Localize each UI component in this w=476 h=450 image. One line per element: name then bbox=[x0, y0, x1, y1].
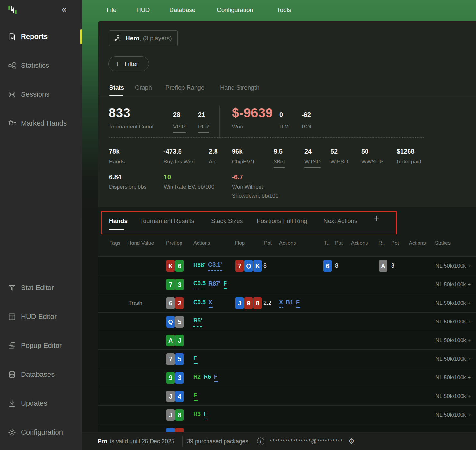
player-count: , (3 players) bbox=[139, 35, 172, 42]
action-token: F bbox=[296, 299, 300, 308]
view-tab-graph[interactable]: Graph bbox=[135, 84, 152, 91]
column-header-r-10[interactable]: R.. bbox=[378, 240, 385, 246]
column-header-hand-value-1[interactable]: Hand Value bbox=[128, 240, 154, 246]
sidebar-item-configuration[interactable]: Configuration bbox=[0, 424, 82, 441]
sidebar-item-databases[interactable]: Databases bbox=[0, 366, 82, 383]
sidebar-collapse-icon[interactable]: « bbox=[62, 4, 66, 14]
river-card: A bbox=[379, 260, 387, 272]
info-icon[interactable]: i bbox=[257, 437, 264, 445]
hole-card: 9 bbox=[166, 372, 175, 384]
stats-dotted-separator bbox=[109, 137, 424, 138]
river-pot-value: 8 bbox=[391, 257, 394, 275]
report-tab-positions-full-ring[interactable]: Positions Full Ring bbox=[257, 217, 307, 225]
menu-item-file[interactable]: File bbox=[107, 6, 117, 13]
hand-row[interactable]: 93R2R6FNL 50k/100k + bbox=[98, 368, 476, 387]
stat-label-wwsf: WWSF% bbox=[361, 157, 383, 166]
sidebar-item-label: Statistics bbox=[21, 61, 49, 70]
report-tab-hands[interactable]: Hands bbox=[109, 217, 128, 225]
view-tab-stats[interactable]: Stats bbox=[109, 84, 124, 91]
column-header-preflop-2[interactable]: Preflop bbox=[166, 240, 182, 246]
hand-row[interactable]: AJNL 50k/100k + bbox=[98, 331, 476, 350]
menu-item-hud[interactable]: HUD bbox=[137, 6, 150, 13]
hole-card: 8 bbox=[175, 409, 184, 421]
sidebar-item-label: Reports bbox=[21, 32, 48, 41]
menu-item-tools[interactable]: Tools bbox=[277, 6, 291, 13]
column-header-t-7[interactable]: T.. bbox=[324, 240, 330, 246]
column-header-pot-11[interactable]: Pot bbox=[391, 240, 399, 246]
column-header-flop-4[interactable]: Flop bbox=[235, 240, 245, 246]
stat-label-wtsd[interactable]: WTSD bbox=[304, 157, 321, 168]
stat-label-won: Won bbox=[232, 122, 243, 131]
flop-card: K bbox=[253, 260, 262, 272]
menu-item-database[interactable]: Database bbox=[169, 6, 195, 13]
action-token: R5' bbox=[193, 317, 202, 327]
databases-icon bbox=[8, 370, 16, 379]
hand-row[interactable]: Q5R5'NL 50k/100k + bbox=[98, 313, 476, 331]
menu-item-configuration[interactable]: Configuration bbox=[217, 6, 253, 13]
preflop-actions: R3F bbox=[193, 406, 207, 424]
tabs-divider-line bbox=[98, 96, 476, 96]
hand-row[interactable]: K6R88'C3.1'7QK868A8NL 50k/100k + bbox=[98, 257, 476, 275]
hand-row[interactable]: J8R3FNL 50k/100k + bbox=[98, 406, 476, 424]
tag-label: Trash bbox=[110, 294, 142, 312]
stat-value-chipev-t: 96k bbox=[232, 148, 242, 155]
column-header-tags-0[interactable]: Tags bbox=[110, 240, 120, 246]
stat-value-w-sd: 52 bbox=[331, 148, 338, 155]
settings-gear-icon[interactable]: ⚙ bbox=[348, 437, 355, 446]
stat-label-3bet[interactable]: 3Bet bbox=[274, 157, 285, 168]
column-header-actions-12[interactable]: Actions bbox=[409, 240, 426, 246]
player-filter-box[interactable]: Hero, (3 players) bbox=[109, 30, 178, 46]
sidebar-item-marked-hands[interactable]: Marked Hands bbox=[0, 115, 82, 132]
stats-vertical-divider bbox=[219, 106, 220, 138]
report-tab-next-actions[interactable]: Next Actions bbox=[323, 217, 357, 225]
column-header-actions-9[interactable]: Actions bbox=[351, 240, 368, 246]
add-filter-button[interactable]: + Filter bbox=[108, 56, 149, 71]
hole-card bbox=[166, 428, 175, 432]
stat-label-itm: ITM bbox=[279, 122, 289, 131]
hole-card: 7 bbox=[166, 353, 175, 365]
sidebar-item-label: Sessions bbox=[21, 90, 49, 99]
sidebar-item-label: HUD Editor bbox=[21, 313, 57, 321]
hand-row[interactable]: Trash62C0.5XJ982.2XB1FNL 50k/100k + bbox=[98, 294, 476, 313]
hole-card: A bbox=[166, 335, 175, 346]
column-header-pot-5[interactable]: Pot bbox=[264, 240, 272, 246]
column-header-actions-6[interactable]: Actions bbox=[279, 240, 296, 246]
stat-label-tournament-count: Tournament Count bbox=[109, 122, 154, 131]
hand-row[interactable]: 75FNL 50k/100k + bbox=[98, 350, 476, 368]
sidebar-item-hud-editor[interactable]: HUD Editor bbox=[0, 308, 82, 325]
report-tab-stack-sizes[interactable]: Stack Sizes bbox=[211, 217, 243, 225]
view-tab-preflop-range[interactable]: Preflop Range bbox=[165, 84, 204, 91]
hand-row[interactable]: J4FNL 50k/100k + bbox=[98, 387, 476, 406]
stat-label-pfr[interactable]: PFR bbox=[198, 122, 209, 133]
sidebar-item-reports[interactable]: Reports bbox=[0, 28, 82, 45]
sidebar-item-updates[interactable]: Updates bbox=[0, 395, 82, 412]
stat-label-won-without-showdown-bb-100: Won Without Showdown, bb/100 bbox=[232, 182, 278, 200]
license-validity-text: is valid until 26 Dec 2025 bbox=[110, 438, 174, 445]
column-header-pot-8[interactable]: Pot bbox=[335, 240, 343, 246]
sidebar-item-label: Updates bbox=[21, 399, 47, 408]
action-token: X bbox=[279, 299, 283, 308]
sidebar-item-label: Configuration bbox=[21, 428, 63, 437]
sidebar-item-statistics[interactable]: Statistics bbox=[0, 57, 82, 74]
sidebar-item-popup-editor[interactable]: Popup Editor bbox=[0, 337, 82, 354]
purchased-packages-link[interactable]: 39 purchased packages bbox=[187, 438, 248, 445]
add-report-tab-button[interactable]: + bbox=[374, 213, 380, 223]
view-tab-hand-strength[interactable]: Hand Strength bbox=[220, 84, 260, 91]
stat-value-tournament-count: 833 bbox=[109, 106, 130, 120]
column-header-actions-3[interactable]: Actions bbox=[193, 240, 210, 246]
sidebar-item-label: Databases bbox=[21, 370, 55, 379]
sidebar-item-label: Popup Editor bbox=[21, 341, 62, 350]
preflop-actions: F bbox=[193, 387, 197, 406]
sidebar-item-stat-editor[interactable]: Stat Editor bbox=[0, 279, 82, 296]
stat-value-dispersion-bbs: 6.84 bbox=[109, 173, 121, 181]
report-tab-tournament-results[interactable]: Tournament Results bbox=[140, 217, 194, 225]
hole-card: J bbox=[175, 335, 184, 346]
hud-editor-icon bbox=[8, 313, 16, 321]
stat-label-vpip[interactable]: VPIP bbox=[173, 122, 186, 133]
sidebar-item-sessions[interactable]: Sessions bbox=[0, 86, 82, 103]
column-header-stakes-13[interactable]: Stakes bbox=[435, 240, 451, 246]
hand-row[interactable] bbox=[98, 424, 476, 432]
action-token: R6 bbox=[204, 374, 211, 382]
report-area: HandsTournament ResultsStack SizesPositi… bbox=[98, 207, 476, 432]
hand-row[interactable]: 73C0.5R87'FNL 50k/100k + bbox=[98, 275, 476, 294]
